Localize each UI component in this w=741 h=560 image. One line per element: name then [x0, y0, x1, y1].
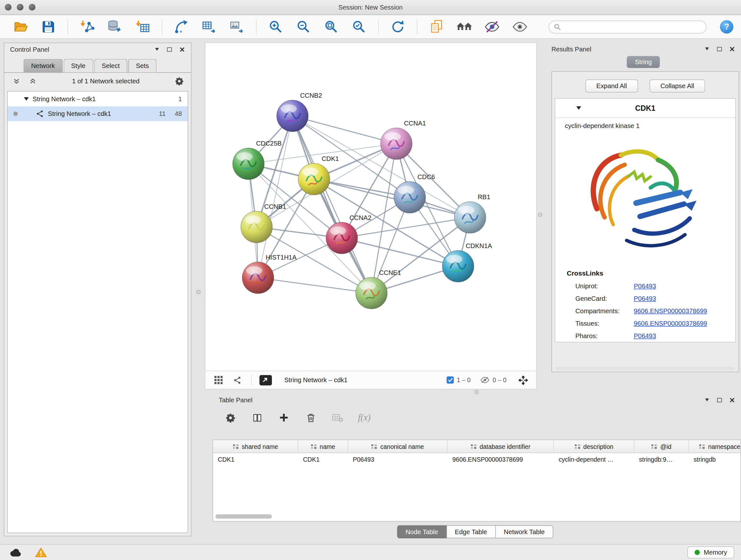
- detach-view-button[interactable]: [259, 373, 273, 387]
- cloud-status-button[interactable]: [7, 546, 23, 558]
- export-image-button[interactable]: [226, 17, 248, 37]
- show-graphics-details-button[interactable]: [509, 17, 531, 37]
- tree-expand-icon[interactable]: [24, 98, 29, 101]
- tab-sets[interactable]: Sets: [128, 59, 157, 72]
- add-column-button[interactable]: [277, 411, 291, 424]
- collapse-all-button[interactable]: [10, 76, 23, 86]
- help-button[interactable]: ?: [720, 20, 733, 34]
- tab-network-table[interactable]: Network Table: [495, 525, 553, 539]
- import-table-from-file-button[interactable]: [132, 17, 154, 37]
- hide-graphics-details-button[interactable]: [481, 17, 503, 37]
- fit-content-button[interactable]: [516, 373, 530, 387]
- panel-dropdown-button[interactable]: [701, 44, 713, 54]
- zoom-fit-button[interactable]: [320, 17, 342, 37]
- zoom-in-button[interactable]: [265, 17, 287, 37]
- apply-preferred-layout-button[interactable]: [387, 17, 409, 37]
- panel-dropdown-button[interactable]: [151, 45, 163, 54]
- function-builder-button[interactable]: f(x): [358, 411, 371, 424]
- network-options-button[interactable]: [173, 76, 185, 86]
- node-cdk1[interactable]: CDK1: [298, 155, 339, 195]
- column-header-shared-name[interactable]: shared name: [213, 440, 298, 453]
- column-header-id[interactable]: @id: [634, 440, 689, 453]
- network-edge[interactable]: [258, 278, 372, 293]
- network-edge[interactable]: [342, 238, 458, 266]
- memory-button[interactable]: Memory: [687, 546, 734, 558]
- crosslink-genecard-link[interactable]: P06493: [634, 295, 656, 302]
- panel-float-button[interactable]: [713, 44, 726, 54]
- panel-close-button[interactable]: [176, 45, 188, 54]
- tab-select[interactable]: Select: [94, 59, 127, 72]
- column-header-description[interactable]: description: [554, 440, 634, 453]
- zoom-selected-button[interactable]: [348, 17, 370, 37]
- delete-column-button[interactable]: [304, 411, 318, 424]
- column-header-namespace[interactable]: namespace: [689, 440, 741, 453]
- import-network-from-file-button[interactable]: [76, 17, 98, 37]
- node-label: CDK1: [322, 155, 339, 162]
- tab-node-table[interactable]: Node Table: [397, 525, 447, 539]
- network-row[interactable]: String Network – cdk1 11 48: [8, 106, 188, 121]
- network-canvas[interactable]: CCNB2CCNA1CDC25BCDK1CDC6RB1CCNB1CCNA2CDK…: [205, 43, 536, 371]
- copy-document-button[interactable]: [426, 17, 448, 37]
- expand-all-button[interactable]: Expand All: [585, 79, 638, 92]
- crosslink-pharos-link[interactable]: P06493: [634, 332, 656, 339]
- node-hist1h1a[interactable]: HIST1H1A: [242, 254, 297, 294]
- tab-edge-table[interactable]: Edge Table: [446, 525, 495, 539]
- expand-all-button[interactable]: [26, 76, 39, 86]
- float-window-icon: [717, 398, 722, 402]
- tab-style[interactable]: Style: [64, 59, 93, 72]
- delete-table-button[interactable]: [331, 411, 344, 424]
- edge-count: 48: [170, 110, 182, 118]
- memory-label: Memory: [704, 549, 727, 556]
- crosslink-tissues-link[interactable]: 9606.ENSP00000378699: [634, 320, 707, 327]
- column-header-canonical-name[interactable]: canonical name: [348, 440, 448, 453]
- crosslink-uniprot-link[interactable]: P06493: [634, 282, 656, 290]
- network-list-button[interactable]: [230, 373, 245, 387]
- horizontal-scrollbar[interactable]: [556, 367, 735, 370]
- open-session-button[interactable]: [10, 17, 31, 37]
- panel-close-button[interactable]: [726, 44, 738, 54]
- section-expand-icon[interactable]: [576, 106, 581, 110]
- network-edge[interactable]: [293, 116, 397, 144]
- home-button[interactable]: [454, 17, 475, 37]
- show-columns-button[interactable]: [251, 411, 264, 424]
- table-row[interactable]: CDK1 CDK1 P06493 9606.ENSP00000378699 cy…: [213, 453, 741, 466]
- protein-section-header[interactable]: CDK1: [555, 99, 735, 118]
- horizontal-scrollbar-thumb[interactable]: [215, 514, 272, 519]
- column-header-database-identifier[interactable]: database identifier: [448, 440, 554, 453]
- tab-network[interactable]: Network: [23, 59, 63, 72]
- node-label: CDC6: [417, 173, 435, 180]
- panel-dropdown-button[interactable]: [701, 395, 713, 405]
- panel-float-button[interactable]: [163, 45, 176, 54]
- search-box[interactable]: [549, 20, 706, 34]
- node-ccnb1[interactable]: CCNB1: [241, 203, 286, 243]
- search-input[interactable]: [564, 23, 701, 30]
- node-cdkn1a[interactable]: CDKN1A: [442, 242, 492, 282]
- zoom-out-button[interactable]: [293, 17, 315, 37]
- column-header-name[interactable]: name: [298, 440, 348, 453]
- node-rb1[interactable]: RB1: [455, 193, 490, 233]
- panel-float-button[interactable]: [713, 395, 726, 405]
- zoom-fit-icon: [324, 19, 339, 35]
- crosslink-compartments-link[interactable]: 9606.ENSP00000378699: [634, 307, 707, 314]
- panel-close-button[interactable]: [726, 395, 738, 405]
- network-edge[interactable]: [293, 116, 372, 293]
- collapse-all-button[interactable]: Collapse All: [650, 79, 705, 92]
- chevron-down-icon: [155, 48, 159, 51]
- control-panel-title: Control Panel: [10, 46, 50, 53]
- string-results-box: Expand All Collapse All CDK1 cyclin-depe…: [551, 71, 739, 372]
- node-ccna1[interactable]: CCNA1: [381, 120, 426, 160]
- grid-view-button[interactable]: [211, 373, 226, 387]
- vertical-splitter-handle[interactable]: [196, 290, 201, 294]
- horizontal-splitter-handle[interactable]: [475, 390, 479, 394]
- warnings-button[interactable]: [32, 546, 49, 558]
- node-label: HIST1H1A: [266, 254, 297, 261]
- save-session-button[interactable]: [37, 17, 59, 37]
- vertical-splitter-handle[interactable]: [538, 212, 542, 217]
- new-network-from-selection-button[interactable]: [171, 17, 192, 37]
- table-options-button[interactable]: [224, 411, 237, 424]
- results-tab-string[interactable]: String: [627, 56, 660, 68]
- import-network-from-database-button[interactable]: [104, 17, 126, 37]
- export-table-button[interactable]: [198, 17, 220, 37]
- node-ccnb2[interactable]: CCNB2: [277, 92, 322, 132]
- network-collection-row[interactable]: String Network – cdk1 1: [8, 91, 188, 107]
